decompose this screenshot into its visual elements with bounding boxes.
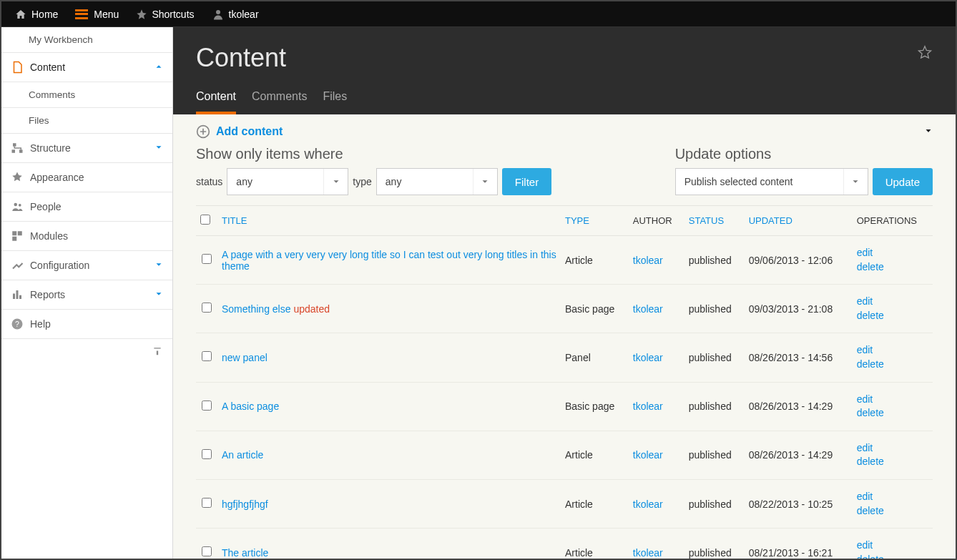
row-type: Article (561, 529, 629, 559)
user-button[interactable]: tkolear (203, 1, 268, 26)
sidebar-item-appearance[interactable]: Appearance (1, 163, 172, 192)
row-title-link[interactable]: The article (222, 547, 268, 559)
sidebar-item-content[interactable]: Content (1, 53, 172, 82)
page-header: Content Content Comments Files (173, 27, 956, 114)
row-checkbox[interactable] (202, 351, 212, 361)
type-select[interactable]: any (376, 168, 498, 195)
row-updated: 08/21/2013 - 16:21 (745, 529, 853, 559)
select-all-checkbox[interactable] (200, 215, 210, 225)
star-outline-icon (917, 44, 933, 60)
edit-link[interactable]: edit (857, 393, 928, 407)
sidebar-item-configuration[interactable]: Configuration (1, 251, 172, 280)
update-action-select[interactable]: Publish selected content (675, 168, 868, 195)
row-checkbox[interactable] (202, 254, 212, 264)
edit-link[interactable]: edit (857, 539, 928, 553)
row-status: published (684, 333, 745, 382)
user-label: tkolear (229, 9, 259, 20)
edit-link[interactable]: edit (857, 295, 928, 309)
svg-rect-10 (16, 290, 19, 299)
edit-link[interactable]: edit (857, 343, 928, 358)
chevron-down-icon (473, 169, 497, 195)
row-author-link[interactable]: tkolear (633, 352, 663, 363)
delete-link[interactable]: delete (857, 358, 928, 372)
delete-link[interactable]: delete (857, 406, 928, 421)
col-title[interactable]: TITLE (217, 206, 561, 236)
row-author-link[interactable]: tkolear (633, 449, 663, 461)
col-type[interactable]: TYPE (561, 206, 629, 236)
sidebar-item-label: Content (30, 62, 65, 73)
row-type: Article (561, 479, 629, 528)
row-author-link[interactable]: tkolear (633, 401, 663, 412)
tab-files[interactable]: Files (323, 86, 347, 114)
status-label: status (196, 176, 222, 187)
row-author-link[interactable]: tkolear (633, 303, 663, 315)
svg-point-5 (19, 204, 21, 207)
row-checkbox[interactable] (202, 401, 212, 411)
sidebar-item-structure[interactable]: Structure (1, 134, 172, 163)
row-status: published (684, 431, 745, 479)
delete-link[interactable]: delete (857, 504, 928, 519)
sidebar-item-help[interactable]: ? Help (1, 310, 172, 339)
row-author-link[interactable]: tkolear (633, 498, 663, 510)
update-value: Publish selected content (684, 176, 793, 187)
tab-comments[interactable]: Comments (252, 86, 307, 114)
sidebar-item-files[interactable]: Files (1, 108, 172, 134)
row-status: published (684, 285, 745, 333)
row-author-link[interactable]: tkolear (633, 255, 663, 266)
collapse-section-button[interactable] (924, 126, 933, 137)
modules-icon (10, 229, 24, 243)
col-status[interactable]: STATUS (684, 206, 745, 236)
row-title-link[interactable]: A basic page (222, 401, 279, 412)
shortcuts-button[interactable]: Shortcuts (127, 1, 202, 26)
edit-link[interactable]: edit (857, 490, 928, 504)
row-title-link[interactable]: Something else (222, 303, 291, 315)
svg-rect-8 (12, 237, 16, 241)
sidebar-collapse-button[interactable] (1, 339, 172, 363)
row-title-link[interactable]: An article (222, 449, 263, 461)
row-status: published (684, 382, 745, 431)
sidebar-item-people[interactable]: People (1, 192, 172, 222)
content-table: TITLE TYPE AUTHOR STATUS UPDATED OPERATI… (196, 205, 933, 559)
table-row: The article Article tkolear published 08… (196, 529, 933, 559)
filter-button[interactable]: Filter (502, 168, 551, 195)
sidebar-item-label: My Workbench (29, 34, 93, 45)
edit-link[interactable]: edit (857, 441, 928, 456)
sidebar-item-reports[interactable]: Reports (1, 280, 172, 310)
row-title-link[interactable]: hgfjhgfjhgf (222, 498, 268, 510)
appearance-icon (10, 170, 24, 185)
sidebar-item-modules[interactable]: Modules (1, 222, 172, 251)
row-title-link[interactable]: A page with a very very very long title … (222, 249, 556, 272)
row-title-link[interactable]: new panel (222, 352, 268, 363)
sidebar-item-comments[interactable]: Comments (1, 82, 172, 108)
type-label: type (353, 176, 371, 187)
delete-link[interactable]: delete (857, 455, 928, 469)
favorite-button[interactable] (917, 44, 933, 60)
row-type: Basic page (561, 382, 629, 431)
delete-link[interactable]: delete (857, 553, 928, 559)
row-type: Panel (561, 333, 629, 382)
status-select[interactable]: any (227, 168, 348, 195)
row-checkbox[interactable] (202, 449, 212, 459)
home-button[interactable]: Home (6, 1, 67, 26)
svg-rect-2 (12, 149, 16, 153)
col-updated[interactable]: UPDATED (745, 206, 853, 236)
delete-link[interactable]: delete (857, 260, 928, 275)
sidebar-item-label: People (30, 201, 62, 212)
filter-heading: Show only items where (196, 146, 551, 162)
tab-content[interactable]: Content (196, 86, 236, 114)
edit-link[interactable]: edit (857, 246, 928, 260)
update-button[interactable]: Update (873, 168, 933, 195)
sidebar-item-workbench[interactable]: My Workbench (1, 27, 172, 53)
row-author-link[interactable]: tkolear (633, 547, 663, 559)
row-checkbox[interactable] (202, 546, 212, 556)
menu-icon (75, 9, 88, 19)
row-checkbox[interactable] (202, 498, 212, 508)
col-author: AUTHOR (629, 206, 684, 236)
update-heading: Update options (675, 146, 933, 162)
delete-link[interactable]: delete (857, 309, 928, 323)
caret-down-icon (924, 127, 933, 135)
add-content-link[interactable]: Add content (196, 124, 283, 139)
row-checkbox[interactable] (202, 303, 212, 313)
svg-text:?: ? (15, 320, 19, 328)
menu-button[interactable]: Menu (67, 1, 127, 26)
